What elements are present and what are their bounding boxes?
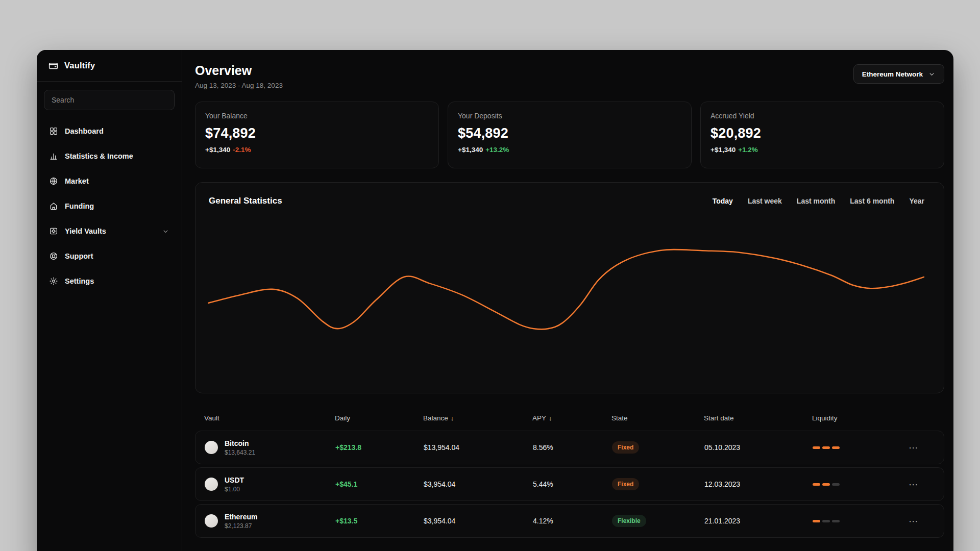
grid-icon xyxy=(49,127,58,136)
liquidity-segment xyxy=(813,520,820,522)
range-tab-year[interactable]: Year xyxy=(909,197,924,205)
stat-change-amount: +$1,340 xyxy=(205,146,230,154)
column-label: Daily xyxy=(335,414,350,422)
search-container xyxy=(37,82,182,115)
sort-desc-icon: ↓ xyxy=(451,414,454,422)
liquidity-segment xyxy=(813,483,820,486)
vault-row-ethereum[interactable]: Ethereum$2,123.87+$13.5$3,954.044.12%Fle… xyxy=(195,504,944,538)
start-date: 12.03.2023 xyxy=(704,480,813,488)
column-header-liquidity: Liquidity xyxy=(812,414,908,422)
vault-price: $1.00 xyxy=(225,486,244,493)
network-selector-button[interactable]: Ethereum Network xyxy=(853,64,944,84)
stat-label: Accrued Yield xyxy=(710,112,934,120)
start-date: 21.01.2023 xyxy=(704,517,813,525)
stat-change-percent: -2.1% xyxy=(233,146,251,154)
balance-value: $3,954.04 xyxy=(424,480,533,488)
column-label: Vault xyxy=(204,414,219,422)
column-label: Liquidity xyxy=(812,414,838,422)
state-cell: Flexible xyxy=(612,515,704,527)
column-header-state: State xyxy=(611,414,704,422)
brand[interactable]: Vaultify xyxy=(37,50,182,82)
sidebar-item-settings[interactable]: Settings xyxy=(44,269,175,293)
statistics-panel: General Statistics TodayLast weekLast mo… xyxy=(195,182,944,393)
row-menu-button[interactable]: ⋯ xyxy=(909,442,934,454)
vault-cell: USDT$1.00 xyxy=(205,476,335,493)
state-badge: Flexible xyxy=(612,515,646,527)
sidebar-item-label: Market xyxy=(65,177,89,185)
stat-card-2: Accrued Yield$20,892+$1,340+1.2% xyxy=(700,102,944,168)
range-tab-last-week[interactable]: Last week xyxy=(748,197,782,205)
row-menu-button[interactable]: ⋯ xyxy=(909,479,934,490)
stat-change-percent: +13.2% xyxy=(485,146,509,154)
stat-change: +$1,340+13.2% xyxy=(458,146,681,154)
network-selector-label: Ethereum Network xyxy=(862,70,923,78)
state-cell: Fixed xyxy=(612,478,704,490)
column-label: Balance xyxy=(423,414,448,422)
sort-desc-icon: ↓ xyxy=(549,414,552,422)
date-range: Aug 13, 2023 - Aug 18, 2023 xyxy=(195,82,283,89)
sidebar-item-dashboard[interactable]: Dashboard xyxy=(44,119,175,143)
bar-chart-icon xyxy=(49,152,58,161)
table-body: Bitcoin$13,643.21+$213.8$13,954.048.56%F… xyxy=(195,431,944,538)
vault-row-bitcoin[interactable]: Bitcoin$13,643.21+$213.8$13,954.048.56%F… xyxy=(195,431,944,464)
sidebar-item-label: Dashboard xyxy=(65,127,104,135)
range-tab-last-month[interactable]: Last month xyxy=(797,197,835,205)
liquidity-indicator xyxy=(813,446,909,449)
sidebar: Vaultify DashboardStatistics & IncomeMar… xyxy=(37,50,182,551)
balance-value: $13,954.04 xyxy=(424,443,533,452)
range-tab-last-6-month[interactable]: Last 6 month xyxy=(850,197,894,205)
sidebar-item-funding[interactable]: Funding xyxy=(44,194,175,218)
stat-change-percent: +1.2% xyxy=(738,146,758,154)
page-title: Overview xyxy=(195,64,283,77)
coin-icon xyxy=(205,441,218,454)
sidebar-item-statistics-income[interactable]: Statistics & Income xyxy=(44,144,175,168)
column-header-start-date: Start date xyxy=(704,414,812,422)
page-header: Overview Aug 13, 2023 - Aug 18, 2023 Eth… xyxy=(195,64,944,89)
vault-price: $13,643.21 xyxy=(225,449,255,456)
liquidity-segment xyxy=(832,520,840,522)
stat-change: +$1,340-2.1% xyxy=(205,146,429,154)
globe-icon xyxy=(49,177,58,186)
range-tabs: TodayLast weekLast monthLast 6 monthYear xyxy=(713,197,930,205)
home-icon xyxy=(49,202,58,211)
app-window: Vaultify DashboardStatistics & IncomeMar… xyxy=(37,50,953,551)
sidebar-item-label: Statistics & Income xyxy=(65,152,133,160)
stat-value: $54,892 xyxy=(458,126,681,141)
liquidity-indicator xyxy=(813,483,909,486)
sidebar-item-yield-vaults[interactable]: Yield Vaults xyxy=(44,219,175,243)
liquidity-segment xyxy=(822,520,830,522)
liquidity-segment xyxy=(813,446,820,449)
stats-row: Your Balance$74,892+$1,340-2.1%Your Depo… xyxy=(195,102,944,168)
brand-name: Vaultify xyxy=(64,61,95,70)
search-input[interactable] xyxy=(44,90,175,110)
start-date: 05.10.2023 xyxy=(704,443,813,452)
main-content: Overview Aug 13, 2023 - Aug 18, 2023 Eth… xyxy=(182,50,953,551)
stat-change-amount: +$1,340 xyxy=(710,146,736,154)
vaults-table: VaultDailyBalance↓APY↓StateStart dateLiq… xyxy=(195,405,944,541)
daily-change: +$13.5 xyxy=(335,517,424,525)
vault-name: Bitcoin xyxy=(225,439,255,447)
stat-change: +$1,340+1.2% xyxy=(710,146,934,154)
column-header-apy[interactable]: APY↓ xyxy=(532,414,611,422)
chevron-down-icon xyxy=(162,228,169,235)
column-header-balance[interactable]: Balance↓ xyxy=(423,414,532,422)
stat-label: Your Deposits xyxy=(458,112,681,120)
row-menu-button[interactable]: ⋯ xyxy=(909,515,934,527)
statistics-header: General Statistics TodayLast weekLast mo… xyxy=(209,196,930,206)
vault-cell: Bitcoin$13,643.21 xyxy=(205,439,335,456)
stat-card-1: Your Deposits$54,892+$1,340+13.2% xyxy=(448,102,692,168)
sidebar-item-market[interactable]: Market xyxy=(44,169,175,193)
sidebar-item-label: Support xyxy=(65,252,93,260)
liquidity-segment xyxy=(822,446,830,449)
sidebar-item-support[interactable]: Support xyxy=(44,244,175,268)
column-label: APY xyxy=(532,414,546,422)
vault-row-usdt[interactable]: USDT$1.00+$45.1$3,954.045.44%Fixed12.03.… xyxy=(195,467,944,501)
sidebar-item-label: Funding xyxy=(65,202,94,210)
range-tab-today[interactable]: Today xyxy=(713,197,733,205)
apy-value: 8.56% xyxy=(533,443,612,452)
liquidity-segment xyxy=(832,483,840,486)
stat-change-amount: +$1,340 xyxy=(458,146,483,154)
table-header: VaultDailyBalance↓APY↓StateStart dateLiq… xyxy=(195,405,944,431)
sidebar-nav: DashboardStatistics & IncomeMarketFundin… xyxy=(37,115,182,298)
vault-name: USDT xyxy=(225,476,244,484)
